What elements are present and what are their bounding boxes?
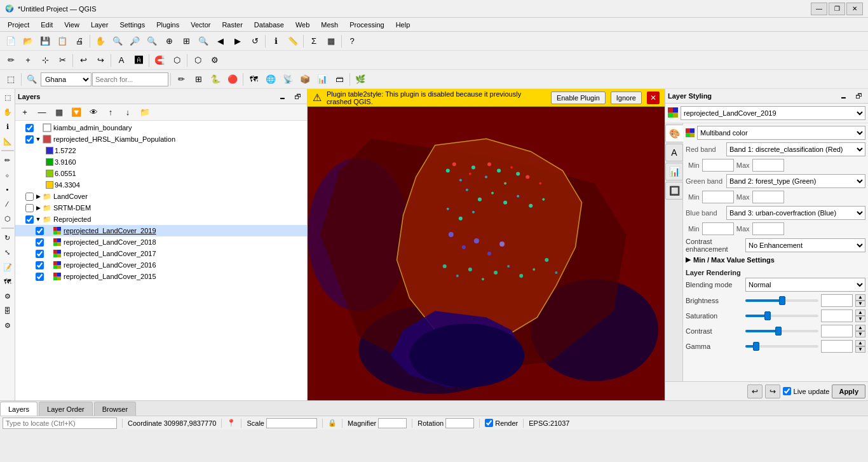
menu-settings[interactable]: Settings [114, 20, 150, 30]
layer-expand-icon[interactable]: ▶ [35, 205, 41, 211]
style-3d-tab[interactable]: 🔲 [665, 182, 683, 200]
blending-combo[interactable]: Normal [745, 278, 865, 292]
layers-collapse-button[interactable]: 🗕 [275, 90, 289, 104]
pan-button[interactable]: ✋ [92, 34, 109, 49]
banner-close-button[interactable]: ✕ [647, 92, 660, 104]
saturation-spinner[interactable]: ▲ ▼ [855, 309, 865, 322]
saturation-up[interactable]: ▲ [855, 309, 865, 316]
gamma-down[interactable]: ▼ [855, 346, 865, 353]
layer-item[interactable]: ▶ 📁 SRTM-DEM [15, 202, 307, 214]
edit-tool[interactable]: ✏ [1, 153, 15, 167]
layer-expand-icon[interactable] [45, 250, 51, 257]
layer-item[interactable]: ▼ reprojected_HRSL_Kiambu_Population [15, 133, 307, 145]
refresh-button[interactable]: ↺ [247, 34, 263, 49]
identify-button[interactable]: ℹ [268, 34, 284, 49]
ignore-button[interactable]: Ignore [611, 92, 642, 104]
saturation-input[interactable]: 0 [821, 309, 853, 322]
locate-btn[interactable]: 🔍 [24, 72, 40, 87]
measure-button[interactable]: 📏 [285, 34, 301, 49]
osm-btn[interactable]: 🗺 [245, 72, 262, 87]
blue-min-input[interactable]: 0 [702, 222, 734, 235]
contrast2-up[interactable]: ▲ [855, 325, 865, 331]
zoom-selection-button[interactable]: 🔍 [195, 34, 212, 49]
red-min-input[interactable]: 20 [702, 159, 734, 172]
contrast2-slider[interactable] [745, 330, 818, 332]
layer-item[interactable]: reprojected_LandCover_2018 [15, 236, 307, 248]
rotation-input[interactable]: 0.0 ° [445, 418, 474, 428]
redo-btn[interactable]: ↪ [92, 53, 109, 68]
edit-btn[interactable]: ✏ [3, 53, 19, 68]
zoom-in-button[interactable]: 🔎 [126, 34, 143, 49]
select2-btn[interactable]: ⊞ [190, 72, 207, 87]
gamma-spinner[interactable]: ▲ ▼ [855, 340, 865, 353]
map-area[interactable]: ⚠ Plugin table2style: This plugin is dis… [308, 89, 665, 400]
brightness-input[interactable]: 0 [821, 294, 853, 307]
undo-style-btn[interactable]: ↩ [747, 384, 763, 398]
brightness-thumb[interactable] [779, 296, 785, 305]
contrast2-thumb[interactable] [775, 327, 782, 336]
brightness-spinner[interactable]: ▲ ▼ [855, 294, 865, 307]
gamma-slider[interactable] [745, 345, 818, 348]
delete-feature[interactable]: ✂ [54, 53, 71, 68]
plugin3-btn[interactable]: 🔴 [224, 72, 241, 87]
layer-item[interactable]: kiambu_admin_boundary [15, 122, 307, 133]
wms-btn[interactable]: 📡 [280, 72, 296, 87]
digitize-btn[interactable]: ✏ [173, 72, 189, 87]
measure-tool[interactable]: 📐 [1, 134, 15, 148]
layer-checkbox[interactable] [36, 250, 44, 258]
layer-item[interactable]: ▶ 📁 LandCover [15, 191, 307, 202]
layer-expand-icon[interactable] [45, 228, 51, 234]
saturation-thumb[interactable] [764, 311, 771, 320]
minimize-button[interactable]: — [811, 3, 827, 15]
save-as-button[interactable]: 📋 [54, 34, 71, 49]
location-combo[interactable]: Ghana [41, 72, 92, 86]
move-down-btn[interactable]: ↓ [119, 105, 136, 120]
layer-vis-btn[interactable]: 👁 [85, 105, 102, 120]
close-button[interactable]: ✕ [846, 3, 863, 15]
menu-web[interactable]: Web [290, 20, 315, 30]
zoom-layer-button[interactable]: ⊞ [178, 34, 194, 49]
gamma-up[interactable]: ▲ [855, 340, 865, 346]
topology-btn[interactable]: ⬡ [168, 53, 185, 68]
plugin-tool[interactable]: ⚙ [1, 289, 15, 303]
stats-button[interactable]: Σ [306, 34, 322, 49]
layer-item[interactable]: reprojected_LandCover_2015 [15, 271, 307, 282]
layer-expand-icon[interactable] [35, 125, 41, 131]
live-update-checkbox[interactable] [783, 387, 791, 395]
locate-input[interactable] [3, 418, 117, 429]
menu-edit[interactable]: Edit [36, 20, 58, 30]
contrast-combo[interactable]: No Enhancement [745, 238, 865, 252]
layer-checkbox[interactable] [25, 124, 34, 132]
undo-btn[interactable]: ↩ [75, 53, 92, 68]
label-btn[interactable]: A [113, 53, 130, 68]
zoom-full-button[interactable]: ⊕ [161, 34, 177, 49]
map3d-btn[interactable]: 📦 [297, 72, 313, 87]
menu-processing[interactable]: Processing [344, 20, 389, 30]
report-btn[interactable]: 📊 [314, 72, 330, 87]
layer-item[interactable]: reprojected_LandCover_2017 [15, 248, 307, 259]
new-project-button[interactable]: 📄 [3, 34, 19, 49]
layer-checkbox[interactable] [36, 238, 44, 247]
green-max-input[interactable]: 4 [752, 191, 784, 203]
layers-expand-button[interactable]: 🗗 [290, 90, 304, 104]
styling-collapse-btn[interactable]: 🗕 [836, 89, 850, 103]
move-feature[interactable]: ⊹ [37, 53, 53, 68]
style-symbology-tab[interactable]: 🎨 [665, 125, 683, 142]
blue-band-combo[interactable]: Band 3: urban-coverfraction (Blue) [726, 206, 865, 220]
layer-checkbox[interactable] [36, 227, 44, 235]
tab-layers[interactable]: Layers [0, 402, 37, 416]
open-attr-btn[interactable]: ▦ [51, 105, 67, 120]
gamma-thumb[interactable] [753, 342, 759, 351]
live-update-label[interactable]: Live update [783, 387, 830, 395]
style-labels-tab[interactable]: A [665, 144, 683, 161]
style-diagram-tab[interactable]: 📊 [665, 163, 683, 180]
identify-tool[interactable]: ℹ [1, 119, 15, 133]
tab-browser[interactable]: Browser [94, 402, 136, 416]
add-layer-btn[interactable]: + [17, 105, 33, 120]
node-tool[interactable]: ⬦ [1, 168, 15, 182]
move-up-btn[interactable]: ↑ [102, 105, 119, 120]
prev-extent-button[interactable]: ◀ [212, 34, 229, 49]
python-btn[interactable]: 🐍 [207, 72, 224, 87]
rotate-tool[interactable]: ↻ [1, 231, 15, 245]
db-tool[interactable]: 🗄 [1, 304, 15, 318]
